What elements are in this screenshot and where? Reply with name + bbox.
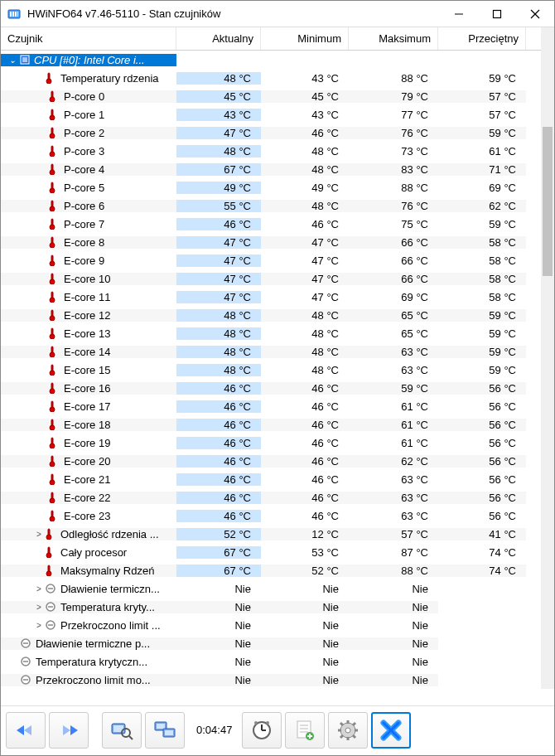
cell-min: 48 °C bbox=[261, 200, 349, 212]
titlebar[interactable]: HWiNFO64 v7.46-5110 - Stan czujników bbox=[1, 1, 554, 27]
table-row[interactable]: E-core 1147 °C47 °C69 °C58 °C bbox=[1, 288, 541, 306]
table-row[interactable]: Cały procesor67 °C53 °C87 °C74 °C bbox=[1, 543, 541, 561]
table-row[interactable]: E-core 1846 °C46 °C61 °C56 °C bbox=[1, 415, 541, 434]
table-row[interactable]: E-core 847 °C47 °C66 °C58 °C bbox=[1, 233, 541, 251]
cell-min: 46 °C bbox=[261, 127, 349, 139]
vertical-scrollbar[interactable] bbox=[541, 27, 554, 689]
chevron-right-icon[interactable]: > bbox=[34, 603, 44, 612]
svg-point-26 bbox=[50, 206, 55, 211]
cell-min: 46 °C bbox=[261, 382, 349, 395]
cell-min: Nie bbox=[261, 637, 349, 650]
svg-point-30 bbox=[50, 243, 55, 248]
table-row[interactable]: P-core 247 °C46 °C76 °C59 °C bbox=[1, 124, 541, 142]
maximize-button[interactable] bbox=[478, 1, 516, 27]
table-row[interactable]: E-core 2146 °C46 °C63 °C56 °C bbox=[1, 470, 541, 488]
table-row[interactable]: P-core 045 °C45 °C79 °C57 °C bbox=[1, 87, 541, 105]
search-button[interactable] bbox=[102, 712, 142, 749]
table-row[interactable]: E-core 1248 °C48 °C65 °C59 °C bbox=[1, 306, 541, 324]
cell-avg: 61 °C bbox=[438, 145, 526, 158]
cell-avg: 57 °C bbox=[438, 90, 526, 103]
table-row[interactable]: >Odległość rdzenia ...52 °C12 °C57 °C41 … bbox=[1, 525, 541, 543]
svg-rect-3 bbox=[15, 12, 17, 17]
collapse-button[interactable] bbox=[6, 712, 46, 749]
col-sensor[interactable]: Czujnik bbox=[1, 27, 176, 50]
minimize-button[interactable] bbox=[440, 1, 478, 27]
svg-point-54 bbox=[50, 462, 55, 467]
table-header[interactable]: Czujnik Aktualny Minimum Maksimum Przeci… bbox=[1, 27, 541, 51]
expand-button[interactable] bbox=[49, 712, 89, 749]
cell-min: 49 °C bbox=[261, 182, 349, 194]
table-row[interactable]: E-core 1646 °C46 °C59 °C56 °C bbox=[1, 379, 541, 397]
table-row[interactable]: E-core 1448 °C48 °C63 °C59 °C bbox=[1, 342, 541, 361]
cell-min: Nie bbox=[261, 674, 349, 686]
table-row[interactable]: P-core 655 °C48 °C76 °C62 °C bbox=[1, 196, 541, 215]
table-row[interactable]: Przekroczono limit mo...NieNieNie bbox=[1, 671, 541, 689]
cell-max: 63 °C bbox=[349, 510, 438, 522]
row-label: P-core 1 bbox=[64, 109, 104, 121]
thermometer-icon bbox=[49, 364, 60, 376]
table-row[interactable]: E-core 1047 °C47 °C66 °C58 °C bbox=[1, 269, 541, 288]
table-row[interactable]: E-core 947 °C47 °C66 °C58 °C bbox=[1, 251, 541, 269]
cell-min: 46 °C bbox=[261, 419, 349, 431]
svg-point-16 bbox=[50, 115, 55, 120]
table-row[interactable]: P-core 746 °C46 °C75 °C59 °C bbox=[1, 215, 541, 233]
table-row[interactable]: Temperatura krytyczn...NieNieNie bbox=[1, 652, 541, 671]
row-label: E-core 15 bbox=[64, 364, 110, 376]
table-row[interactable]: E-core 1548 °C48 °C63 °C59 °C bbox=[1, 361, 541, 379]
table-row[interactable]: P-core 467 °C48 °C83 °C71 °C bbox=[1, 160, 541, 178]
close-sensors-button[interactable] bbox=[371, 712, 411, 749]
col-max[interactable]: Maksimum bbox=[349, 27, 438, 50]
cell-avg: 59 °C bbox=[438, 327, 526, 340]
cell-avg: 58 °C bbox=[438, 254, 526, 267]
report-button[interactable] bbox=[285, 712, 325, 749]
cell-min: 47 °C bbox=[261, 254, 349, 267]
table-row[interactable]: Dławienie termiczne p...NieNieNie bbox=[1, 634, 541, 652]
table-row[interactable]: P-core 549 °C49 °C88 °C69 °C bbox=[1, 178, 541, 196]
table-row[interactable]: E-core 1348 °C48 °C65 °C59 °C bbox=[1, 324, 541, 342]
cell-avg: 56 °C bbox=[438, 455, 526, 468]
row-label: Cały procesor bbox=[60, 546, 127, 559]
table-row[interactable]: Temperatury rdzenia48 °C43 °C88 °C59 °C bbox=[1, 69, 541, 87]
cell-avg: 56 °C bbox=[438, 382, 526, 395]
table-row[interactable]: P-core 143 °C43 °C77 °C57 °C bbox=[1, 105, 541, 124]
close-button[interactable] bbox=[516, 1, 554, 27]
row-label: E-core 13 bbox=[64, 327, 110, 340]
table-row[interactable]: E-core 1746 °C46 °C61 °C56 °C bbox=[1, 397, 541, 415]
row-label: E-core 10 bbox=[64, 273, 110, 285]
col-min[interactable]: Minimum bbox=[261, 27, 349, 50]
col-avg[interactable]: Przeciętny bbox=[438, 27, 526, 50]
clock-button[interactable] bbox=[242, 712, 282, 749]
table-row[interactable]: Maksymalny Rdzeń67 °C52 °C88 °C74 °C bbox=[1, 561, 541, 579]
cell-cur: 48 °C bbox=[176, 72, 261, 85]
cell-min: 46 °C bbox=[261, 400, 349, 413]
chevron-right-icon[interactable]: > bbox=[34, 584, 44, 594]
table-row[interactable]: >Temperatura kryty...NieNieNie bbox=[1, 598, 541, 616]
settings-button[interactable] bbox=[328, 712, 368, 749]
cell-max: 88 °C bbox=[349, 565, 438, 577]
table-row[interactable]: >Dławienie termiczn...NieNieNie bbox=[1, 579, 541, 598]
svg-point-58 bbox=[50, 498, 55, 503]
col-current[interactable]: Aktualny bbox=[176, 27, 261, 50]
table-row[interactable]: E-core 2246 °C46 °C63 °C56 °C bbox=[1, 488, 541, 506]
chevron-right-icon[interactable]: > bbox=[34, 530, 44, 539]
cell-cur: Nie bbox=[176, 656, 261, 668]
table-row[interactable]: E-core 2346 °C46 °C63 °C56 °C bbox=[1, 506, 541, 525]
cell-cur: 46 °C bbox=[176, 218, 261, 230]
scrollbar-thumb[interactable] bbox=[543, 127, 553, 276]
status-circle-icon bbox=[21, 638, 32, 648]
chevron-down-icon[interactable]: ⌄ bbox=[7, 56, 17, 65]
table-row[interactable]: E-core 2046 °C46 °C62 °C56 °C bbox=[1, 452, 541, 470]
table-row[interactable]: >Przekroczono limit ...NieNieNie bbox=[1, 616, 541, 634]
cell-avg: 59 °C bbox=[438, 72, 526, 85]
table-row[interactable]: E-core 1946 °C46 °C61 °C56 °C bbox=[1, 434, 541, 452]
row-label: E-core 16 bbox=[64, 382, 110, 395]
cpu-group-row[interactable]: ⌄ CPU [#0]: Intel Core i... bbox=[1, 51, 541, 69]
network-button[interactable] bbox=[145, 712, 185, 749]
chevron-right-icon[interactable]: > bbox=[34, 621, 44, 630]
table-row[interactable]: P-core 348 °C48 °C73 °C61 °C bbox=[1, 142, 541, 160]
thermometer-icon bbox=[46, 528, 57, 540]
status-circle-icon bbox=[46, 584, 57, 594]
cell-max: 83 °C bbox=[349, 163, 438, 176]
cell-cur: Nie bbox=[176, 583, 261, 595]
cell-avg: 56 °C bbox=[438, 510, 526, 522]
